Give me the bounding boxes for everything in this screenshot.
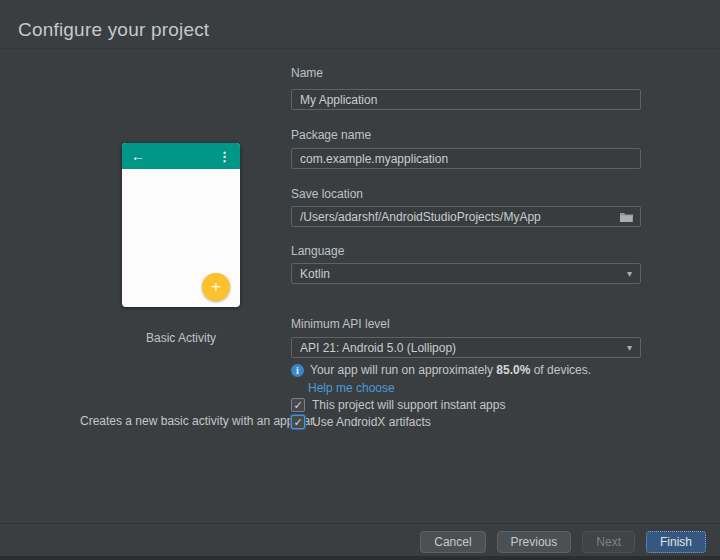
language-label: Language xyxy=(291,244,344,258)
template-preview-card: ← ⋮ + xyxy=(122,143,240,307)
chevron-down-icon: ▾ xyxy=(627,343,632,353)
finish-button[interactable]: Finish xyxy=(646,531,706,553)
template-name: Basic Activity xyxy=(110,331,252,345)
template-description: Creates a new basic activity with an app… xyxy=(80,414,322,429)
info-icon: i xyxy=(291,364,304,377)
androidx-row: ✓ Use AndroidX artifacts xyxy=(291,415,431,429)
language-select[interactable]: Kotlin ▾ xyxy=(291,263,641,284)
back-arrow-icon: ← xyxy=(131,149,145,163)
instant-apps-label: This project will support instant apps xyxy=(312,398,505,412)
min-api-selected-value: API 21: Android 5.0 (Lollipop) xyxy=(300,341,456,355)
androidx-checkbox[interactable]: ✓ xyxy=(291,415,305,429)
api-coverage-text: Your app will run on approximately 85.0%… xyxy=(310,363,591,377)
save-location-field xyxy=(291,206,641,227)
window-bottom-edge xyxy=(0,556,720,560)
cancel-button[interactable]: Cancel xyxy=(420,531,485,553)
chevron-down-icon: ▾ xyxy=(627,269,632,279)
save-location-label: Save location xyxy=(291,187,363,201)
previous-button[interactable]: Previous xyxy=(497,531,572,553)
footer-buttons: Cancel Previous Next Finish xyxy=(420,531,706,553)
api-coverage-percent: 85.0% xyxy=(496,363,530,377)
save-location-input[interactable] xyxy=(291,206,641,227)
preview-appbar: ← ⋮ xyxy=(122,143,240,169)
fab-plus-icon: + xyxy=(202,273,230,301)
package-name-input[interactable] xyxy=(291,148,641,169)
package-name-label: Package name xyxy=(291,128,371,142)
min-api-label: Minimum API level xyxy=(291,317,390,331)
footer-divider xyxy=(0,523,720,524)
name-label: Name xyxy=(291,66,323,80)
name-input[interactable] xyxy=(291,89,641,110)
language-selected-value: Kotlin xyxy=(300,267,330,281)
header-divider xyxy=(0,48,720,49)
kebab-menu-icon: ⋮ xyxy=(218,150,231,163)
min-api-select[interactable]: API 21: Android 5.0 (Lollipop) ▾ xyxy=(291,337,641,358)
folder-browse-icon[interactable] xyxy=(619,210,634,223)
instant-apps-checkbox[interactable]: ✓ xyxy=(291,398,305,412)
page-title: Configure your project xyxy=(18,19,209,41)
instant-apps-row: ✓ This project will support instant apps xyxy=(291,398,505,412)
configure-project-dialog: Configure your project ← ⋮ + Basic Activ… xyxy=(0,0,720,560)
androidx-label: Use AndroidX artifacts xyxy=(312,415,431,429)
next-button: Next xyxy=(582,531,635,553)
help-me-choose-link[interactable]: Help me choose xyxy=(308,381,395,395)
api-coverage-info: i Your app will run on approximately 85.… xyxy=(291,363,691,377)
